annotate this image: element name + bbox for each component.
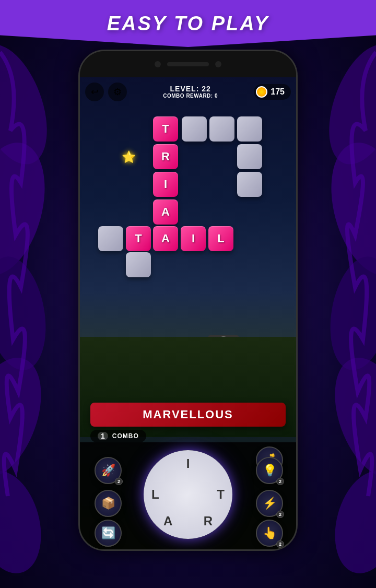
tile-A2: A (153, 226, 178, 251)
tile-I1: I (153, 172, 178, 197)
wheel-letter-L: L (151, 487, 159, 502)
hud-left: ↩ ⚙ (85, 83, 127, 101)
coin-icon (256, 86, 267, 98)
tile-empty-7 (126, 252, 151, 277)
tile-empty-3 (237, 116, 262, 142)
coin-count: 175 (271, 87, 285, 97)
tile-empty-5 (237, 172, 262, 197)
tile-R: R (153, 144, 178, 169)
wheel-letter-I: I (186, 456, 190, 471)
phone-notch (80, 51, 296, 77)
tile-empty-6 (98, 226, 123, 251)
tile-T1: T (153, 116, 178, 142)
camera-dot (155, 61, 161, 67)
tile-T2: T (126, 226, 151, 251)
tile-empty-1 (182, 116, 207, 142)
word-banner: MARVELLOUS (90, 403, 286, 427)
back-button[interactable]: ↩ (85, 83, 104, 101)
settings-button[interactable]: ⚙ (108, 83, 127, 101)
rocket-badge: 2 (115, 478, 123, 485)
wheel-inner: I L T A R (144, 450, 232, 539)
powerup-box[interactable]: 📦 (95, 490, 122, 517)
back-icon: ↩ (91, 86, 99, 98)
wheel-letter-R: R (204, 514, 213, 528)
phone-frame: ⭐ ↩ ⚙ LEVEL: 22 COMBO REWARD: 0 175 T (78, 50, 298, 551)
bulb-badge: 2 (276, 478, 284, 485)
box-icon: 📦 (101, 497, 115, 510)
banner-text: EASY TO PLAY (107, 13, 269, 35)
powerup-rocket[interactable]: 🚀 2 (95, 457, 122, 484)
powerup-bulb[interactable]: 💡 2 (256, 457, 283, 484)
tile-I2: I (181, 226, 206, 251)
phone-speaker (167, 62, 209, 66)
star-decoration: ⭐ (122, 150, 136, 164)
refresh-icon: 🔄 (101, 526, 115, 540)
hud: ↩ ⚙ LEVEL: 22 COMBO REWARD: 0 175 (80, 77, 296, 106)
tile-empty-2 (209, 116, 234, 142)
coin-display: 175 (254, 84, 291, 100)
tile-empty-4 (237, 144, 262, 169)
rocket-icon: 🚀 (101, 464, 115, 477)
powerup-refresh[interactable]: 🔄 (95, 520, 122, 547)
wheel-letter-A: A (163, 514, 172, 528)
finger-icon: 👆 (263, 526, 277, 540)
tile-A1: A (153, 199, 178, 225)
lightning-badge: 2 (276, 511, 284, 518)
game-screen: ⭐ ↩ ⚙ LEVEL: 22 COMBO REWARD: 0 175 T (80, 77, 296, 549)
combo-label: COMBO (112, 432, 139, 440)
powerup-finger[interactable]: 👆 2 (256, 520, 283, 547)
finger-badge: 2 (276, 540, 284, 548)
word-text: MARVELLOUS (143, 408, 233, 421)
bulb-icon: 💡 (263, 464, 277, 477)
hud-center: LEVEL: 22 COMBO REWARD: 0 (163, 85, 218, 99)
bottom-area: I L T A R 🚀 2 📦 (80, 442, 296, 549)
combo-reward-text: COMBO REWARD: 0 (163, 93, 218, 99)
combo-number: 1 (98, 432, 108, 440)
level-text: LEVEL: 22 (163, 85, 218, 93)
powerup-lightning[interactable]: ⚡ 2 (256, 490, 283, 517)
wheel-letter-T: T (217, 487, 225, 502)
camera-dot-2 (215, 61, 221, 67)
settings-icon: ⚙ (113, 86, 122, 98)
tile-L: L (208, 226, 233, 251)
letter-wheel[interactable]: I L T A R (144, 450, 232, 539)
combo-bar: 1 COMBO (90, 430, 146, 442)
lightning-icon: ⚡ (263, 497, 277, 510)
